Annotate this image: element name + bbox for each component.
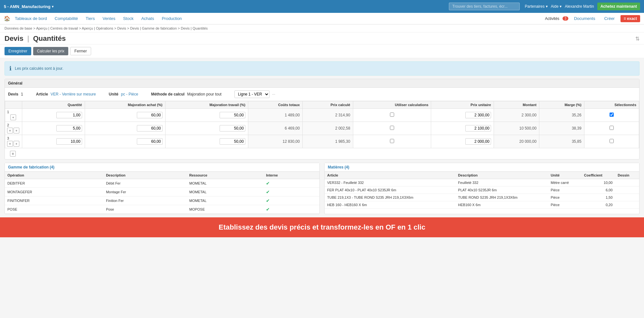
search-input[interactable] xyxy=(449,3,520,10)
mat-row-3-coefficient: 1,50 xyxy=(582,194,615,201)
row-1-utiliser[interactable] xyxy=(353,109,431,122)
prix-unitaire-input-1[interactable] xyxy=(465,112,491,118)
check-icon: ✔ xyxy=(266,181,270,186)
row-2-quantite[interactable] xyxy=(22,122,85,135)
selectionne-checkbox-1[interactable] xyxy=(610,113,614,117)
check-icon: ✔ xyxy=(266,198,270,203)
add-row-1-btn[interactable]: + xyxy=(10,114,16,120)
maj-travail-input-1[interactable] xyxy=(220,112,245,118)
row-3-couts: 12 830,00 xyxy=(248,135,302,148)
ligne-options-icon[interactable]: ··· xyxy=(272,92,275,96)
creer-link[interactable]: Créer xyxy=(601,14,618,23)
row-1-selectionne[interactable] xyxy=(584,109,639,122)
menu-right: Activités 3 Documents Créer = exact xyxy=(545,14,640,23)
devis-field: Devis 1 xyxy=(8,92,23,96)
gamme-row-1-description: Débit Fer xyxy=(103,179,187,188)
col-header-couts: Coûts totaux xyxy=(248,101,302,109)
unite-field: Unité pc - Pièce xyxy=(109,92,138,96)
maj-achat-input-3[interactable] xyxy=(137,138,163,145)
app-title-arrow: ▾ xyxy=(52,5,53,8)
mat-row-1-dessin xyxy=(615,179,639,186)
mat-row-2-description: PLAT 40x10 S235JR 6m xyxy=(456,186,548,194)
menu-comptabilite[interactable]: Comptabilité xyxy=(52,14,81,23)
row-1-quantite[interactable] xyxy=(22,109,85,122)
general-fields: Devis 1 Article VER - Verrière sur mesur… xyxy=(5,88,639,101)
menu-stock[interactable]: Stock xyxy=(120,14,137,23)
add-row-2-btn[interactable]: + xyxy=(14,128,19,133)
mat-row-1-article: VER332 - Feuilleté 332 xyxy=(325,179,456,186)
row-3-maj-achat[interactable] xyxy=(85,135,165,148)
home-icon[interactable]: 🏠 xyxy=(4,15,10,22)
gamme-row-2-operation: MONTAGEFER xyxy=(5,188,103,196)
enregistrer-button[interactable]: Enregistrer xyxy=(5,47,31,55)
user-name: Alexandre Martin xyxy=(565,4,594,9)
quantite-input-2[interactable] xyxy=(56,125,82,132)
achetez-button[interactable]: Achetez maintenant xyxy=(597,3,640,10)
unite-value[interactable]: pc - Pièce xyxy=(121,92,138,96)
mat-row-1-coefficient: 10,00 xyxy=(582,179,615,186)
quantite-input-3[interactable] xyxy=(56,138,82,145)
menu-achats[interactable]: Achats xyxy=(138,14,157,23)
add-row-3-btn[interactable]: + xyxy=(14,141,19,147)
list-item: HEB 160 - HEB160 X 6m HEB160 X 6m Pièce … xyxy=(325,201,639,209)
methode-field: Méthode de calcul Majoration pour tout xyxy=(151,92,222,96)
row-1-maj-travail[interactable] xyxy=(165,109,248,122)
utiliser-checkbox-2[interactable] xyxy=(390,126,394,130)
row-3-selectionne[interactable] xyxy=(584,135,639,148)
mat-row-2-dessin xyxy=(615,186,639,194)
row-2-prix-unitaire[interactable] xyxy=(431,122,494,135)
maj-achat-input-2[interactable] xyxy=(137,125,163,132)
col-header-prix-calcule: Prix calculé xyxy=(302,101,353,109)
partenaires-menu[interactable]: Partenaires ▾ xyxy=(525,4,548,9)
menu-production[interactable]: Production xyxy=(158,14,185,23)
row-2-selectionne[interactable] xyxy=(584,122,639,135)
row-2-utiliser[interactable] xyxy=(353,122,431,135)
prix-unitaire-input-3[interactable] xyxy=(465,138,491,145)
aide-menu[interactable]: Aide ▾ xyxy=(551,4,562,9)
matieres-title: Matières (4) xyxy=(325,163,639,172)
documents-link[interactable]: Documents xyxy=(571,14,599,23)
row-1-couts: 1 489,00 xyxy=(248,109,302,122)
row-2-couts: 6 469,00 xyxy=(248,122,302,135)
row-3-quantite[interactable] xyxy=(22,135,85,148)
menu-tableaux[interactable]: Tableaux de bord xyxy=(12,14,50,23)
fermer-button[interactable]: Fermer xyxy=(70,47,91,55)
row-2-maj-achat[interactable] xyxy=(85,122,165,135)
row-1-marge: 35,26 xyxy=(539,109,584,122)
prix-unitaire-input-2[interactable] xyxy=(465,125,491,132)
utiliser-checkbox-3[interactable] xyxy=(390,139,394,143)
selectionne-checkbox-2[interactable] xyxy=(610,126,614,130)
maj-achat-input-1[interactable] xyxy=(137,112,163,118)
row-3-montant: 20 000,00 xyxy=(494,135,539,148)
maj-travail-input-3[interactable] xyxy=(220,138,245,145)
menu-ventes[interactable]: Ventes xyxy=(99,14,118,23)
row-1-prix-unitaire[interactable] xyxy=(431,109,494,122)
article-value[interactable]: VER - Verrière sur mesure xyxy=(51,92,96,96)
utiliser-checkbox-1[interactable] xyxy=(390,113,394,117)
ligne-select[interactable]: Ligne 1 - VER xyxy=(234,90,270,98)
quantite-input-1[interactable] xyxy=(56,112,82,118)
col-header-selectionnes: Sélectionnés xyxy=(584,101,639,109)
row-3-prix-unitaire[interactable] xyxy=(431,135,494,148)
mat-row-4-article: HEB 160 - HEB160 X 6m xyxy=(325,201,456,209)
delete-row-2-btn[interactable]: × xyxy=(7,128,13,133)
top-nav-left: 5 - AMN_Manufacturing ▾ xyxy=(4,3,520,10)
devis-label: Devis xyxy=(8,92,18,96)
menu-tiers[interactable]: Tiers xyxy=(82,14,98,23)
row-1-maj-achat[interactable] xyxy=(85,109,165,122)
filter-icon[interactable]: ⇅ xyxy=(635,36,639,42)
mat-row-1-description: Feuilleté 332 xyxy=(456,179,548,186)
row-2-maj-travail[interactable] xyxy=(165,122,248,135)
delete-row-3-btn[interactable]: × xyxy=(7,141,13,147)
info-icon: ℹ xyxy=(9,65,12,72)
app-title[interactable]: 5 - AMN_Manufacturing ▾ xyxy=(4,4,53,9)
exact-button[interactable]: = exact xyxy=(620,15,640,22)
add-new-row-btn[interactable]: + xyxy=(10,151,16,157)
row-3-maj-travail[interactable] xyxy=(165,135,248,148)
toolbar: Enregistrer Calculer les prix Fermer xyxy=(0,44,644,58)
gamme-row-3-interne: ✔ xyxy=(263,196,319,205)
selectionne-checkbox-3[interactable] xyxy=(610,139,614,143)
maj-travail-input-2[interactable] xyxy=(220,125,245,132)
row-3-utiliser[interactable] xyxy=(353,135,431,148)
calculer-button[interactable]: Calculer les prix xyxy=(33,47,68,55)
